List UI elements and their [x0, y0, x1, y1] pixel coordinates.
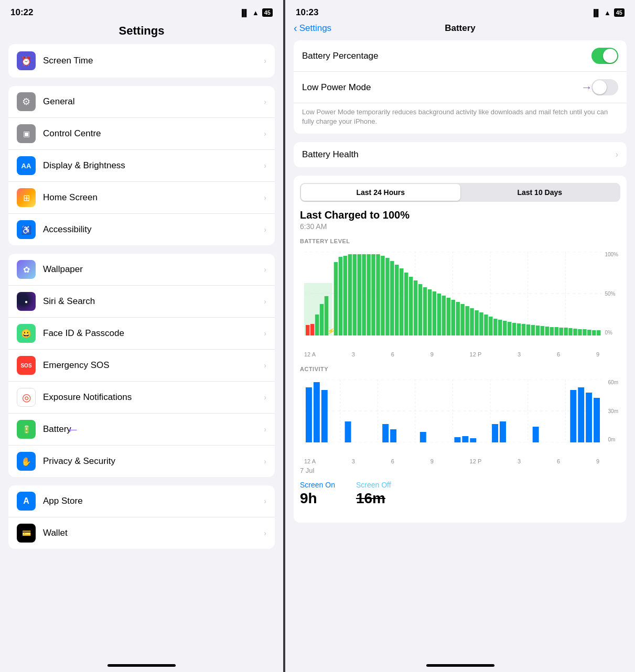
svg-rect-96: [533, 427, 539, 442]
svg-rect-69: [583, 329, 586, 335]
svg-rect-85: [314, 382, 320, 442]
svg-rect-95: [500, 421, 506, 442]
right-battery-indicator: 45: [614, 8, 625, 17]
battery-row[interactable]: 🔋 Battery ← ›: [8, 414, 275, 446]
screen-time-row[interactable]: ⏰ Screen Time ›: [8, 44, 275, 78]
exposure-chevron: ›: [264, 393, 266, 402]
homescreen-label: Home Screen: [43, 192, 98, 203]
battery-health-row[interactable]: Battery Health ›: [294, 142, 627, 167]
low-power-row[interactable]: Low Power Mode →: [294, 72, 627, 103]
svg-rect-66: [568, 328, 572, 335]
svg-rect-57: [526, 324, 530, 335]
screen-off-label: Screen Off: [356, 481, 391, 489]
faceid-row[interactable]: 😀 Face ID & Passcode ›: [8, 318, 275, 350]
svg-rect-88: [382, 424, 389, 442]
battery-percentage-toggle[interactable]: [591, 48, 618, 64]
screen-time-chevron: ›: [264, 57, 266, 65]
battery-health-label: Battery Health: [302, 149, 359, 160]
exposure-row[interactable]: ◎ Exposure Notifications ›: [8, 382, 275, 414]
accessibility-row[interactable]: ♿ Accessibility ›: [8, 214, 275, 245]
battery-health-chevron: ›: [616, 150, 618, 159]
low-power-description: Low Power Mode temporarily reduces backg…: [294, 103, 627, 134]
screen-time-left: ⏰ Screen Time: [17, 51, 93, 70]
control-row[interactable]: ▣ Control Centre ›: [8, 118, 275, 150]
svg-rect-13: [315, 315, 319, 335]
faceid-icon: 😀: [17, 324, 36, 343]
svg-rect-67: [573, 329, 577, 335]
faceid-chevron: ›: [264, 329, 266, 338]
wallpaper-row[interactable]: ✿ Wallpaper ›: [8, 254, 275, 286]
svg-rect-49: [489, 317, 492, 335]
right-time: 10:23: [296, 7, 318, 18]
appstore-icon: A: [17, 492, 36, 511]
battery-health-card[interactable]: Battery Health ›: [294, 142, 627, 167]
svg-rect-37: [433, 291, 436, 335]
battery-y-labels: 100% 50% 0%: [605, 252, 618, 335]
activity-x-labels: 12 A 3 6 9 12 P 3 6 9: [300, 457, 620, 464]
sos-row[interactable]: SOS Emergency SOS ›: [8, 350, 275, 382]
general-row[interactable]: ⚙ General ›: [8, 86, 275, 118]
wallet-row[interactable]: 💳 Wallet ›: [8, 517, 275, 549]
screen-on-stat: Screen On 9h: [300, 481, 335, 507]
control-label: Control Centre: [43, 128, 101, 139]
svg-rect-30: [400, 268, 403, 335]
right-status-bar: 10:23 ▐▌ ▲ 45: [285, 0, 635, 22]
sos-label: Emergency SOS: [43, 360, 110, 371]
svg-rect-21: [357, 254, 361, 335]
battery-percentage-label: Battery Percentage: [302, 51, 379, 61]
left-panel: 10:22 ▐▌ ▲ 45 Settings ⏰ Screen Time › ⚙…: [0, 0, 283, 672]
siri-row[interactable]: ● Siri & Search ›: [8, 286, 275, 318]
signal-icon: ▐▌: [239, 9, 249, 17]
appstore-label: App Store: [43, 496, 83, 506]
svg-rect-11: [306, 325, 309, 335]
homescreen-row[interactable]: ⊞ Home Screen ›: [8, 182, 275, 214]
wallet-icon: 💳: [17, 524, 36, 543]
svg-rect-14: [320, 304, 324, 335]
battery-level-chart: ⚡: [304, 252, 601, 335]
wallpaper-label: Wallpaper: [43, 264, 83, 275]
privacy-row[interactable]: ✋ Privacy & Security ›: [8, 446, 275, 477]
settings-group-1: ⚙ General › ▣ Control Centre › AA Displa…: [8, 86, 275, 245]
svg-rect-47: [479, 312, 483, 335]
low-power-toggle[interactable]: [591, 79, 618, 95]
tab-24h[interactable]: Last 24 Hours: [301, 184, 460, 201]
tab-10d[interactable]: Last 10 Days: [460, 184, 620, 201]
svg-rect-87: [345, 421, 351, 442]
svg-rect-44: [465, 306, 469, 335]
svg-rect-46: [475, 310, 478, 335]
low-power-thumb: [593, 80, 607, 94]
tab-selector[interactable]: Last 24 Hours Last 10 Days: [300, 183, 620, 202]
svg-rect-65: [564, 328, 567, 335]
low-power-label: Low Power Mode: [302, 82, 371, 93]
svg-rect-60: [541, 326, 544, 335]
activity-chart: [304, 380, 601, 442]
svg-rect-52: [503, 321, 507, 335]
battery-percentage-row[interactable]: Battery Percentage: [294, 40, 627, 72]
svg-rect-93: [470, 438, 476, 442]
control-chevron: ›: [264, 129, 266, 138]
svg-rect-41: [451, 300, 455, 335]
svg-rect-84: [306, 387, 312, 442]
svg-rect-24: [371, 254, 375, 335]
svg-rect-26: [381, 256, 384, 335]
battery-indicator: 45: [262, 8, 273, 17]
svg-rect-55: [517, 323, 521, 335]
screen-off-stat: Screen Off 16m: [356, 481, 391, 507]
right-page-title: Battery: [445, 23, 476, 34]
privacy-icon: ✋: [17, 452, 36, 471]
svg-rect-31: [404, 273, 408, 335]
display-row[interactable]: AA Display & Brightness ›: [8, 150, 275, 182]
last-charged-time: 6:30 AM: [300, 222, 620, 231]
battery-toggle-card: Battery Percentage Low Power Mode → Low …: [294, 40, 627, 134]
svg-rect-39: [442, 296, 446, 335]
display-label: Display & Brightness: [43, 160, 125, 171]
screen-stats: Screen On 9h Screen Off 16m: [300, 481, 620, 517]
back-chevron: ‹: [294, 22, 297, 34]
wifi-icon: ▲: [252, 9, 259, 17]
svg-rect-59: [536, 326, 540, 335]
appstore-row[interactable]: A App Store ›: [8, 485, 275, 517]
back-button[interactable]: ‹ Settings: [294, 22, 331, 34]
svg-rect-54: [512, 323, 516, 335]
settings-group-2: ✿ Wallpaper › ● Siri & Search › 😀 Face I…: [8, 254, 275, 477]
svg-rect-62: [550, 327, 554, 335]
